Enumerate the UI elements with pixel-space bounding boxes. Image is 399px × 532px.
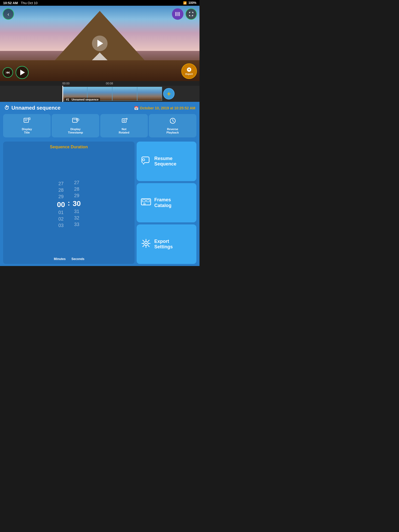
minutes-label: Minutes bbox=[52, 257, 68, 261]
svg-point-16 bbox=[123, 120, 125, 121]
frames-catalog-button[interactable]: FramesCatalog bbox=[137, 183, 196, 223]
minutes-below1: 01 bbox=[58, 210, 64, 215]
add-clip-button[interactable]: + bbox=[163, 88, 175, 99]
svg-rect-1 bbox=[177, 12, 177, 16]
minutes-above0: 29 bbox=[58, 194, 64, 200]
svg-point-19 bbox=[143, 159, 145, 161]
video-preview: ‹ ⏮ Export bbox=[0, 6, 200, 81]
export-button[interactable]: Export bbox=[181, 63, 197, 79]
svg-point-26 bbox=[145, 243, 147, 244]
resume-sequence-button[interactable]: ResumeSequence bbox=[137, 142, 196, 181]
minutes-below2: 02 bbox=[58, 216, 64, 222]
sequence-label: #1 Unnamed sequence bbox=[64, 98, 100, 101]
seconds-below1: 31 bbox=[74, 209, 79, 214]
seconds-above2: 28 bbox=[74, 187, 79, 192]
sequence-name: Unnamed sequence bbox=[11, 105, 61, 111]
wifi-icon: 📶 bbox=[183, 1, 187, 5]
display-title-icon bbox=[23, 117, 31, 126]
timestamp-0: 00:00 bbox=[62, 82, 70, 85]
svg-point-24 bbox=[144, 203, 145, 205]
svg-rect-15 bbox=[122, 119, 126, 122]
export-settings-label: ExportSettings bbox=[154, 239, 173, 250]
frames-icon bbox=[141, 197, 151, 209]
seconds-selected: 30 bbox=[73, 200, 81, 208]
status-bar: 10:52 AM Thu Oct 10 📶 100% bbox=[0, 0, 200, 6]
clip-name: Unnamed sequence bbox=[71, 98, 98, 101]
reverse-playback-button[interactable]: ReversePlayback bbox=[149, 114, 196, 137]
svg-rect-3 bbox=[179, 12, 180, 16]
svg-rect-22 bbox=[142, 200, 145, 202]
picker-labels: Minutes Seconds bbox=[52, 257, 86, 261]
video-bottom-controls: ⏮ bbox=[3, 66, 29, 79]
back-button[interactable]: ‹ bbox=[3, 8, 14, 20]
svg-rect-4 bbox=[24, 118, 29, 122]
minutes-above2: 27 bbox=[58, 181, 64, 187]
timestamp-1: 00:08 bbox=[106, 82, 113, 85]
status-time: 10:52 AM bbox=[3, 1, 18, 5]
action-section: ResumeSequence FramesCatalog bbox=[137, 142, 196, 264]
sequence-title: ⏱ Unnamed sequence bbox=[4, 105, 61, 111]
minutes-picker[interactable]: 27 28 29 00 01 02 03 bbox=[57, 179, 65, 228]
fullscreen-button[interactable] bbox=[185, 8, 197, 20]
not-rotated-icon bbox=[121, 117, 128, 126]
duration-section: Sequence Duration 27 28 29 00 01 02 03 :… bbox=[3, 142, 135, 264]
minutes-selected: 00 bbox=[57, 201, 65, 209]
play-pause-button[interactable] bbox=[16, 66, 29, 79]
status-bar-right: 📶 100% bbox=[183, 1, 196, 5]
foreground-shape bbox=[0, 60, 200, 81]
seconds-label: Seconds bbox=[70, 257, 86, 261]
duration-picker[interactable]: 27 28 29 00 01 02 03 : 27 28 29 30 31 32… bbox=[6, 152, 131, 255]
time-separator: : bbox=[68, 199, 70, 207]
seconds-above1: 29 bbox=[74, 193, 79, 198]
export-settings-icon bbox=[141, 238, 151, 250]
calendar-icon: 📅 bbox=[134, 106, 138, 110]
timeline-clip-4[interactable] bbox=[137, 87, 162, 101]
seconds-below3: 33 bbox=[74, 222, 79, 227]
svg-rect-18 bbox=[142, 157, 149, 163]
bottom-panel: ⏱ Unnamed sequence 📅 October 10, 2019 at… bbox=[0, 102, 200, 266]
grid-settings-button[interactable] bbox=[172, 8, 183, 20]
reverse-playback-icon bbox=[169, 117, 176, 126]
clip-number: #1 bbox=[66, 98, 69, 101]
svg-rect-2 bbox=[178, 12, 178, 16]
display-title-button[interactable]: DisplayTitle bbox=[3, 114, 51, 137]
export-settings-button[interactable]: ExportSettings bbox=[137, 224, 196, 264]
minutes-below3: 03 bbox=[58, 223, 64, 228]
timeline-clip-3[interactable] bbox=[112, 87, 137, 101]
rewind-button[interactable]: ⏮ bbox=[3, 67, 13, 78]
minutes-above1: 28 bbox=[58, 188, 64, 193]
status-date: Thu Oct 10 bbox=[21, 1, 37, 5]
frames-label: FramesCatalog bbox=[154, 197, 171, 208]
options-row: DisplayTitle DisplayTimestamp bbox=[0, 114, 200, 137]
seconds-picker[interactable]: 27 28 29 30 31 32 33 bbox=[73, 180, 81, 227]
video-play-button[interactable] bbox=[92, 36, 108, 51]
not-rotated-button[interactable]: NotRotated bbox=[100, 114, 148, 137]
seconds-above3: 27 bbox=[74, 180, 79, 185]
export-label: Export bbox=[185, 73, 193, 75]
date-display: 📅 October 10, 2019 at 10:25:52 AM bbox=[134, 106, 195, 110]
svg-rect-0 bbox=[175, 12, 176, 16]
display-timestamp-icon bbox=[72, 117, 79, 126]
top-right-controls bbox=[172, 8, 197, 20]
seconds-below2: 32 bbox=[74, 215, 79, 221]
display-timestamp-button[interactable]: DisplayTimestamp bbox=[52, 114, 99, 137]
display-title-label: DisplayTitle bbox=[22, 128, 32, 134]
not-rotated-label: NotRotated bbox=[119, 128, 129, 134]
timeline-cursor bbox=[62, 86, 63, 102]
timeline-timestamps: 00:00 00:08 bbox=[0, 81, 200, 86]
resume-label: ResumeSequence bbox=[154, 156, 176, 167]
sequence-date: October 10, 2019 at 10:25:52 AM bbox=[140, 106, 195, 110]
panel-header: ⏱ Unnamed sequence 📅 October 10, 2019 at… bbox=[0, 102, 200, 114]
panel-content: Sequence Duration 27 28 29 00 01 02 03 :… bbox=[0, 139, 200, 266]
reverse-playback-label: ReversePlayback bbox=[167, 128, 179, 134]
timeline[interactable]: 00:00 00:08 + #1 Unnamed sequence bbox=[0, 81, 200, 102]
duration-title: Sequence Duration bbox=[50, 145, 88, 149]
display-timestamp-label: DisplayTimestamp bbox=[68, 128, 83, 134]
resume-icon bbox=[141, 155, 151, 168]
status-bar-left: 10:52 AM Thu Oct 10 bbox=[3, 1, 38, 5]
sequence-title-icon: ⏱ bbox=[4, 105, 9, 111]
svg-rect-23 bbox=[147, 200, 150, 202]
battery-indicator: 100% bbox=[188, 1, 196, 5]
